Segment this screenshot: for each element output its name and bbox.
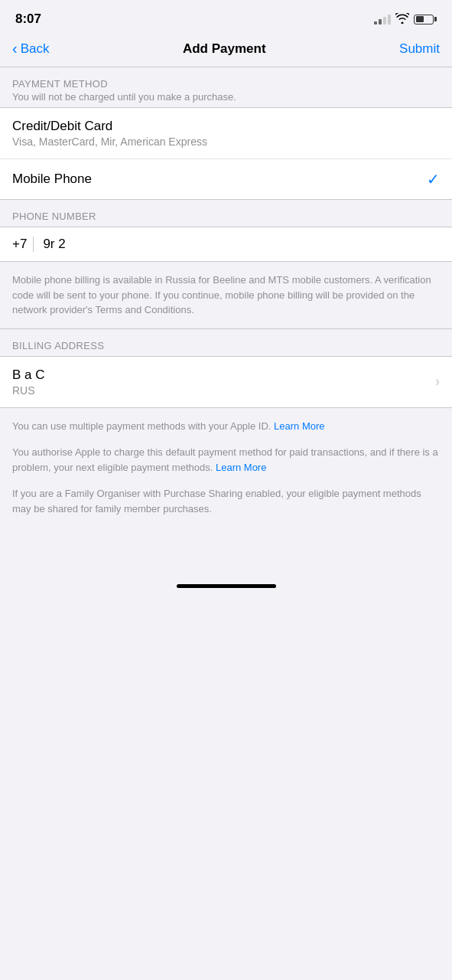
chevron-right-icon: › <box>435 374 440 390</box>
home-indicator <box>177 584 276 588</box>
billing-address-section-header: BILLING ADDRESS <box>0 329 452 356</box>
payment-method-section-header: PAYMENT METHOD You will not be charged u… <box>0 67 452 107</box>
billing-country: RUS <box>12 384 45 397</box>
billing-address-label: BILLING ADDRESS <box>12 340 440 351</box>
footer-text-2: You authorise Apple to charge this defau… <box>12 445 440 475</box>
chevron-left-icon: ‹ <box>12 40 18 57</box>
phone-number-input-row[interactable]: +7 9r 2 <box>0 227 452 262</box>
signal-icon <box>374 15 391 24</box>
footer-text-3: If you are a Family Organiser with Purch… <box>12 486 440 517</box>
submit-button[interactable]: Submit <box>399 41 440 57</box>
home-indicator-area <box>0 538 452 597</box>
checkmark-icon: ✓ <box>427 170 440 188</box>
credit-card-label: Credit/Debit Card <box>12 119 207 134</box>
mobile-phone-option: Mobile Phone <box>12 172 92 187</box>
learn-more-link-1[interactable]: Learn More <box>274 420 324 432</box>
billing-address-info: B a C RUS <box>12 368 45 397</box>
payment-method-subtext: You will not be charged until you make a… <box>12 91 440 103</box>
payment-method-list: Credit/Debit Card Visa, MasterCard, Mir,… <box>0 107 452 200</box>
status-icons <box>374 13 437 26</box>
learn-more-link-2[interactable]: Learn More <box>216 462 266 473</box>
payment-method-label: PAYMENT METHOD <box>12 78 440 90</box>
list-item[interactable]: Mobile Phone ✓ <box>0 159 452 199</box>
wifi-icon <box>395 13 409 26</box>
page-title: Add Payment <box>183 41 266 57</box>
phone-info-text: Mobile phone billing is available in Rus… <box>0 262 452 329</box>
billing-address-row[interactable]: B a C RUS › <box>0 356 452 408</box>
nav-bar: ‹ Back Add Payment Submit <box>0 34 452 67</box>
phone-number-section-header: PHONE NUMBER <box>0 200 452 227</box>
mobile-phone-label: Mobile Phone <box>12 172 92 187</box>
back-label: Back <box>21 41 50 57</box>
credit-card-option: Credit/Debit Card Visa, MasterCard, Mir,… <box>12 119 207 148</box>
list-item[interactable]: Credit/Debit Card Visa, MasterCard, Mir,… <box>0 108 452 159</box>
footer-section: You can use multiple payment methods wit… <box>0 408 452 539</box>
credit-card-subtitle: Visa, MasterCard, Mir, American Express <box>12 136 207 148</box>
billing-name: B a C <box>12 368 45 383</box>
back-button[interactable]: ‹ Back <box>12 40 49 57</box>
status-bar: 8:07 <box>0 0 452 34</box>
phone-number-label: PHONE NUMBER <box>12 211 440 222</box>
status-time: 8:07 <box>15 11 41 27</box>
battery-icon <box>414 15 437 24</box>
footer-text-1: You can use multiple payment methods wit… <box>12 419 440 434</box>
phone-number-display[interactable]: 9r 2 <box>43 237 440 252</box>
country-code-display: +7 <box>12 237 34 252</box>
